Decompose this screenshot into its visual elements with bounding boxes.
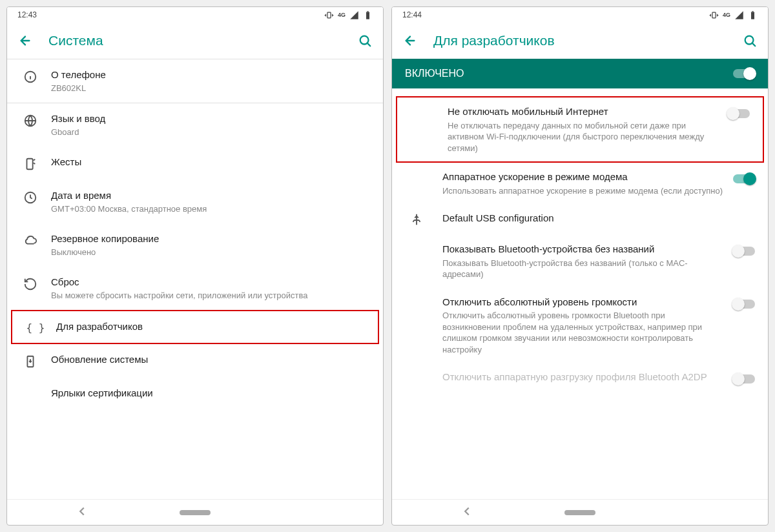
list-item-about[interactable]: О телефонеZB602KL: [7, 59, 383, 103]
dev-item-mobile-data[interactable]: Не отключать мобильный ИнтернетНе отключ…: [397, 97, 763, 161]
nav-back-icon[interactable]: [460, 504, 474, 521]
enabled-banner[interactable]: ВКЛЮЧЕНО: [392, 59, 768, 88]
signal-icon: [349, 10, 359, 20]
back-arrow-icon[interactable]: [12, 28, 38, 54]
status-net-label: 4G: [338, 12, 346, 18]
status-icons: 4G: [709, 10, 758, 20]
svg-rect-0: [327, 12, 331, 18]
list-item-datetime[interactable]: Дата и времяGMT+03:00 Москва, стандартно…: [7, 180, 383, 223]
list-item-developer[interactable]: { } Для разработчиков: [12, 311, 378, 343]
svg-rect-6: [27, 159, 33, 170]
item-subtitle: Не отключать передачу данных по мобильно…: [448, 120, 720, 154]
dev-item-hw-accel[interactable]: Аппаратное ускорение в режиме модемаИспо…: [392, 163, 768, 204]
app-bar: Система: [7, 23, 383, 59]
clock-icon: [17, 189, 43, 205]
item-title: Не отключать мобильный Интернет: [448, 105, 720, 118]
item-title: Сброс: [51, 276, 373, 289]
dev-item-abs-volume[interactable]: Отключить абсолютный уровень громкостиОт…: [392, 288, 768, 363]
item-subtitle: Выключено: [51, 247, 373, 258]
item-subtitle: Использовать аппаратное ускорение в режи…: [442, 185, 725, 197]
globe-icon: [17, 112, 43, 128]
signal-icon: [734, 10, 744, 20]
status-time: 12:44: [402, 10, 422, 19]
toggle[interactable]: [733, 174, 755, 183]
toggle[interactable]: [733, 247, 755, 256]
item-title: Дата и время: [51, 189, 373, 202]
item-title: Жесты: [51, 156, 373, 169]
item-subtitle: GMT+03:00 Москва, стандартное время: [51, 203, 373, 215]
dev-item-bt-names[interactable]: Показывать Bluetooth-устройства без назв…: [392, 235, 768, 288]
item-subtitle: ZB602KL: [51, 83, 373, 94]
list-item-language[interactable]: Язык и вводGboard: [7, 103, 383, 147]
status-bar: 12:44 4G: [392, 7, 768, 23]
toggle[interactable]: [728, 109, 750, 118]
vibrate-icon: [709, 10, 719, 20]
usb-icon: [405, 212, 428, 227]
braces-icon: { }: [23, 320, 48, 334]
gesture-icon: [17, 156, 43, 171]
nav-home-icon[interactable]: [564, 510, 595, 515]
item-subtitle: Отключить абсолютный уровень громкости B…: [442, 310, 725, 355]
toggle[interactable]: [733, 300, 755, 309]
dev-item-usb[interactable]: Default USB configuration: [392, 204, 768, 235]
item-title: О телефоне: [51, 68, 373, 81]
item-subtitle: Gboard: [51, 127, 373, 138]
cloud-icon: [17, 232, 43, 248]
phone-right: 12:44 4G Для разработчиков ВКЛЮЧЕНО Не о…: [391, 6, 769, 526]
item-title: Ярлыки сертификации: [51, 387, 373, 400]
phone-left: 12:43 4G Система О телефонеZB602KL Язык …: [6, 6, 384, 526]
back-arrow-icon[interactable]: [397, 28, 423, 54]
page-title: Для разработчиков: [423, 33, 737, 48]
list-item-update[interactable]: Обновление системы: [7, 344, 383, 378]
nav-back-icon[interactable]: [75, 504, 89, 521]
info-icon: [17, 68, 43, 84]
app-bar: Для разработчиков: [392, 23, 768, 59]
status-bar: 12:43 4G: [7, 7, 383, 23]
svg-rect-1: [366, 12, 369, 19]
item-title: Отключить аппаратную разгрузку профиля B…: [442, 371, 725, 384]
item-title: Резервное копирование: [51, 232, 373, 245]
nav-bar: [7, 499, 383, 525]
item-title: Язык и ввод: [51, 112, 373, 125]
settings-list: О телефонеZB602KL Язык и вводGboard Жест…: [7, 59, 383, 499]
item-title: Отключить абсолютный уровень громкости: [442, 296, 725, 309]
list-item-backup[interactable]: Резервное копированиеВыключено: [7, 223, 383, 267]
enabled-label: ВКЛЮЧЕНО: [405, 68, 464, 79]
battery-icon: [748, 10, 758, 20]
status-time: 12:43: [17, 10, 37, 19]
item-subtitle: Показывать Bluetooth-устройства без назв…: [442, 258, 725, 280]
restore-icon: [17, 276, 43, 291]
search-icon[interactable]: [352, 28, 378, 54]
svg-rect-9: [712, 12, 716, 18]
toggle: [733, 374, 755, 384]
item-title: Показывать Bluetooth-устройства без назв…: [442, 243, 725, 256]
page-title: Система: [38, 33, 352, 48]
svg-rect-10: [751, 12, 754, 19]
dev-item-a2dp: Отключить аппаратную разгрузку профиля B…: [392, 363, 768, 391]
nav-home-icon[interactable]: [180, 510, 211, 515]
status-icons: 4G: [324, 10, 373, 20]
svg-rect-11: [752, 11, 754, 12]
search-icon[interactable]: [737, 28, 763, 54]
vibrate-icon: [324, 10, 334, 20]
svg-rect-2: [367, 11, 369, 12]
highlight-developer: { } Для разработчиков: [11, 310, 379, 344]
update-icon: [17, 353, 43, 369]
list-item-cert[interactable]: Ярлыки сертификации: [7, 378, 383, 409]
highlight-mobile-data: Не отключать мобильный ИнтернетНе отключ…: [396, 96, 764, 163]
item-subtitle: Вы можете сбросить настройки сети, прило…: [51, 290, 373, 302]
list-item-reset[interactable]: СбросВы можете сбросить настройки сети, …: [7, 267, 383, 310]
nav-bar: [392, 499, 768, 525]
item-title: Для разработчиков: [56, 320, 367, 333]
item-title: Default USB configuration: [442, 212, 755, 225]
battery-icon: [363, 10, 373, 20]
dev-list: Не отключать мобильный ИнтернетНе отключ…: [392, 88, 768, 499]
status-net-label: 4G: [723, 12, 730, 18]
item-title: Обновление системы: [51, 353, 373, 366]
item-title: Аппаратное ускорение в режиме модема: [442, 170, 725, 183]
master-toggle[interactable]: [733, 69, 755, 78]
list-item-gestures[interactable]: Жесты: [7, 147, 383, 180]
